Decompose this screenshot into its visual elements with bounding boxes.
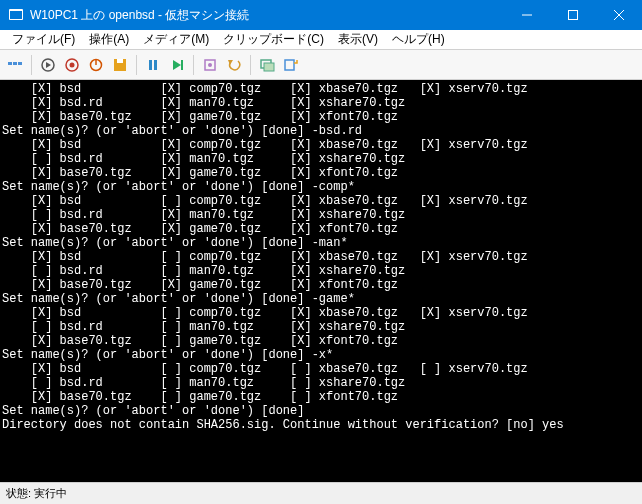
menu-action[interactable]: 操作(A) [83, 29, 135, 50]
window-controls [504, 0, 642, 30]
share-icon[interactable] [280, 54, 302, 76]
svg-rect-16 [117, 59, 123, 63]
menu-bar: ファイル(F) 操作(A) メディア(M) クリップボード(C) 表示(V) ヘ… [0, 30, 642, 50]
menu-media[interactable]: メディア(M) [137, 29, 215, 50]
status-label: 状態: [6, 486, 31, 501]
minimize-button[interactable] [504, 0, 550, 30]
svg-rect-1 [10, 11, 22, 19]
cad-icon[interactable] [4, 54, 26, 76]
toolbar-separator [250, 55, 251, 75]
revert-icon[interactable] [223, 54, 245, 76]
maximize-button[interactable] [550, 0, 596, 30]
toolbar-separator [193, 55, 194, 75]
menu-clipboard[interactable]: クリップボード(C) [217, 29, 330, 50]
pause-icon[interactable] [142, 54, 164, 76]
svg-marker-23 [228, 60, 233, 65]
enhanced-icon[interactable] [256, 54, 278, 76]
svg-rect-20 [181, 60, 183, 70]
close-button[interactable] [596, 0, 642, 30]
svg-point-22 [208, 63, 212, 67]
menu-view[interactable]: 表示(V) [332, 29, 384, 50]
toolbar-separator [136, 55, 137, 75]
start-icon[interactable] [37, 54, 59, 76]
shutdown-icon[interactable] [85, 54, 107, 76]
status-bar: 状態: 実行中 [0, 482, 642, 504]
window-title: W10PC1 上の openbsd - 仮想マシン接続 [30, 7, 504, 24]
svg-marker-19 [173, 60, 181, 70]
window-titlebar: W10PC1 上の openbsd - 仮想マシン接続 [0, 0, 642, 30]
save-icon[interactable] [109, 54, 131, 76]
svg-rect-17 [149, 60, 152, 70]
svg-rect-25 [264, 63, 274, 71]
svg-rect-7 [13, 62, 17, 65]
svg-rect-6 [8, 62, 12, 65]
status-value: 実行中 [34, 486, 67, 501]
off-icon[interactable] [61, 54, 83, 76]
menu-file[interactable]: ファイル(F) [6, 29, 81, 50]
svg-marker-10 [46, 62, 51, 68]
toolbar-separator [31, 55, 32, 75]
toolbar [0, 50, 642, 80]
menu-help[interactable]: ヘルプ(H) [386, 29, 451, 50]
reset-icon[interactable] [166, 54, 188, 76]
terminal-output[interactable]: [X] bsd [X] comp70.tgz [X] xbase70.tgz [… [0, 80, 642, 482]
svg-rect-3 [569, 11, 578, 20]
svg-rect-26 [285, 60, 294, 70]
svg-rect-8 [18, 62, 22, 65]
checkpoint-icon[interactable] [199, 54, 221, 76]
app-icon [8, 7, 24, 23]
svg-point-12 [70, 62, 75, 67]
svg-rect-18 [154, 60, 157, 70]
